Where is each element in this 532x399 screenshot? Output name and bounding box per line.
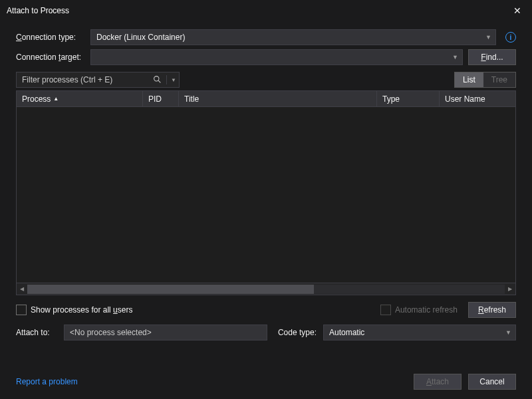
column-process[interactable]: Process▲	[17, 91, 143, 106]
connection-type-label: Connection type:	[16, 33, 85, 42]
attach-to-label: Attach to:	[16, 328, 57, 337]
grid-header: Process▲ PID Title Type User Name	[17, 91, 515, 107]
attach-to-field: <No process selected>	[64, 325, 267, 340]
chevron-down-icon: ▼	[485, 34, 491, 41]
refresh-button[interactable]: Refresh	[468, 302, 516, 318]
filter-options-chevron[interactable]: ▼	[166, 75, 176, 84]
scroll-right-icon[interactable]: ▶	[505, 284, 515, 295]
scroll-left-icon[interactable]: ◀	[17, 284, 27, 295]
tree-view-button[interactable]: Tree	[483, 72, 515, 87]
chevron-down-icon: ▼	[452, 54, 458, 61]
filter-input[interactable]: Filter processes (Ctrl + E) ▼	[16, 72, 180, 88]
svg-point-0	[154, 76, 159, 81]
search-icon[interactable]	[153, 75, 162, 86]
code-type-dropdown[interactable]: Automatic ▼	[323, 325, 516, 340]
column-type[interactable]: Type	[377, 91, 440, 106]
scroll-thumb[interactable]	[27, 285, 314, 294]
code-type-label: Code type:	[274, 328, 317, 337]
attach-button: Attach	[414, 374, 462, 390]
svg-line-1	[158, 80, 160, 82]
horizontal-scrollbar[interactable]: ◀ ▶	[17, 283, 515, 295]
column-title[interactable]: Title	[179, 91, 377, 106]
sort-asc-icon: ▲	[53, 96, 59, 102]
chevron-down-icon: ▼	[505, 329, 511, 336]
process-grid: Process▲ PID Title Type User Name ◀ ▶	[16, 90, 516, 295]
connection-type-dropdown[interactable]: Docker (Linux Container) ▼	[90, 29, 496, 45]
find-button[interactable]: Find...	[468, 49, 516, 65]
window-title: Attach to Process	[7, 6, 525, 15]
checkbox-icon	[380, 305, 391, 315]
show-all-users-checkbox[interactable]: Show processes for all users	[16, 305, 132, 315]
list-view-button[interactable]: List	[455, 72, 483, 87]
cancel-button[interactable]: Cancel	[468, 374, 516, 390]
close-button[interactable]: ✕	[504, 1, 531, 20]
connection-target-dropdown[interactable]: ▼	[90, 49, 463, 65]
column-pid[interactable]: PID	[143, 91, 179, 106]
grid-body[interactable]	[17, 107, 515, 283]
scroll-track[interactable]	[27, 285, 505, 294]
connection-target-label: Connection target:	[16, 53, 85, 62]
connection-type-value: Docker (Linux Container)	[96, 33, 185, 42]
view-toggle: List Tree	[454, 72, 516, 88]
info-icon[interactable]: i	[505, 32, 516, 43]
checkbox-icon	[16, 305, 27, 315]
column-user[interactable]: User Name	[440, 91, 515, 106]
automatic-refresh-checkbox: Automatic refresh	[380, 305, 458, 315]
filter-placeholder: Filter processes (Ctrl + E)	[22, 75, 112, 84]
report-problem-link[interactable]: Report a problem	[16, 377, 78, 386]
